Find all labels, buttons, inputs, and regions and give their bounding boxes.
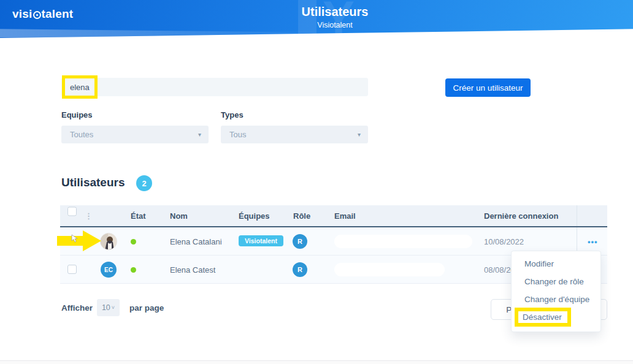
kebab-icon[interactable]: ⋮ xyxy=(85,211,93,221)
menu-item-deactivate-label: Désactiver xyxy=(523,313,562,322)
header-titles: Utilisateurs Visiotalent xyxy=(302,5,369,29)
select-all-checkbox[interactable] xyxy=(67,207,77,216)
menu-item-modify[interactable]: Modifier xyxy=(512,255,600,273)
role-badge: R xyxy=(293,262,307,277)
page-title: Utilisateurs xyxy=(302,5,369,19)
status-dot xyxy=(131,239,136,245)
section-title: Utilisateurs xyxy=(61,176,125,189)
col-header-name: Nom xyxy=(170,211,188,221)
col-header-state: État xyxy=(131,211,146,221)
col-header-email: Email xyxy=(334,211,356,221)
page: Y visi talent Utilisateurs Visiotalent C… xyxy=(0,0,633,364)
last-login: 10/08/2022 xyxy=(484,237,524,246)
row-checkbox[interactable] xyxy=(67,237,77,246)
col-header-last-login: Dernière connexion xyxy=(484,211,558,221)
bottom-strip xyxy=(0,361,633,364)
types-filter-label: Types xyxy=(221,110,244,119)
teams-filter-select[interactable]: Toutes ▾ xyxy=(61,126,209,143)
row-actions-button[interactable]: ••• xyxy=(588,237,598,246)
email-redacted xyxy=(334,263,445,276)
chevron-down-icon: ▾ xyxy=(358,131,361,138)
user-name: Elena Catalani xyxy=(170,237,222,246)
row-context-menu: Modifier Changer de rôle Changer d'équip… xyxy=(511,251,601,332)
role-badge: R xyxy=(293,234,307,249)
menu-item-change-role[interactable]: Changer de rôle xyxy=(512,273,600,290)
page-size-value: 10 xyxy=(102,303,110,312)
create-user-button[interactable]: Créer un utilisateur xyxy=(445,78,531,97)
teams-filter-value: Toutes xyxy=(70,130,93,139)
team-badge: Visiotalent xyxy=(239,235,283,246)
logo-text-post: talent xyxy=(42,7,74,21)
column-separator xyxy=(577,205,577,226)
page-size-select[interactable]: 10 ˅ xyxy=(97,299,120,316)
chevron-down-icon: ▾ xyxy=(198,131,201,138)
search-input[interactable] xyxy=(61,78,368,96)
row-checkbox[interactable] xyxy=(67,265,77,274)
teams-filter-label: Equipes xyxy=(61,110,93,119)
logo-text-pre: visi xyxy=(12,7,33,21)
annotation-highlight-deactivate: Désactiver xyxy=(515,308,571,327)
menu-item-change-team[interactable]: Changer d'équipe xyxy=(512,290,600,308)
col-header-role: Rôle xyxy=(293,211,310,221)
header-streak xyxy=(0,29,331,41)
table-header: ⋮ État Nom Équipes Rôle Email Dernière c… xyxy=(60,205,607,227)
menu-item-deactivate[interactable]: Désactiver xyxy=(512,308,600,326)
types-filter-select[interactable]: Tous ▾ xyxy=(221,126,368,143)
app-logo[interactable]: visi talent xyxy=(12,7,73,21)
email-redacted xyxy=(334,235,472,248)
col-header-teams: Équipes xyxy=(239,211,270,221)
status-dot xyxy=(131,267,136,273)
logo-o-icon xyxy=(33,11,41,19)
user-count-badge: 2 xyxy=(136,175,152,191)
page-subtitle: Visiotalent xyxy=(302,21,369,29)
per-page-label: par page xyxy=(129,303,164,313)
avatar xyxy=(100,233,117,250)
user-name: Elena Catest xyxy=(170,265,215,274)
page-size-label: Afficher xyxy=(61,303,93,313)
app-header: Y visi talent Utilisateurs Visiotalent xyxy=(0,0,633,39)
chevron-down-icon: ˅ xyxy=(112,305,115,311)
avatar-initials: EC xyxy=(101,262,117,278)
types-filter-value: Tous xyxy=(229,130,246,139)
